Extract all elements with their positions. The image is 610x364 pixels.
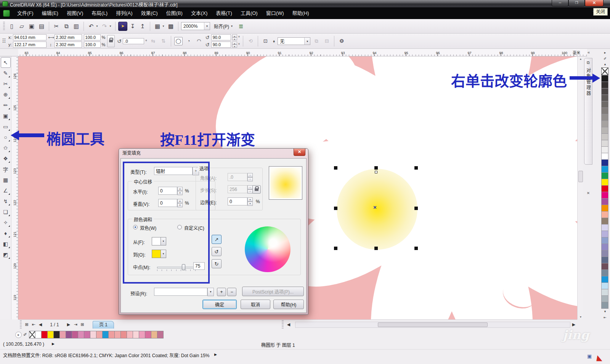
menu-item[interactable]: 文件(F) [13,10,38,16]
color-swatch[interactable] [601,159,608,166]
color-swatch[interactable] [96,331,103,338]
color-swatch[interactable] [151,331,157,338]
snap-to-dropdown[interactable]: 贴齐(P) ▾ [211,23,236,29]
ellipse-node[interactable] [375,171,377,173]
no-color-swatch[interactable] [601,67,608,75]
palette-expand-icon[interactable]: ⇤ [601,315,609,321]
open-icon[interactable]: ▱ [17,22,26,31]
redo-dropdown-icon[interactable]: ▾ [108,22,112,31]
edge-pad-field[interactable]: 0 [228,197,247,205]
vertical-ruler[interactable]: 126125124123122121120119 [11,56,18,319]
scroll-up-icon[interactable]: ▴ [578,57,584,61]
palette-pin-icon[interactable]: ✐ [601,56,609,62]
selection-handle[interactable] [374,247,378,250]
shape-tool[interactable]: ✎ [1,68,11,79]
zoom-level-combo[interactable]: 2000% ▾ [181,22,210,30]
app-launcher-dropdown-icon[interactable]: ▾ [161,22,165,31]
import-icon[interactable]: ↧ [128,22,137,31]
object-height-field[interactable]: 2.302 mm [55,42,82,48]
dialog-title[interactable]: 渐变填充 [119,149,308,158]
outline-pen-tool[interactable]: ♦ [1,228,11,239]
direct-path-button[interactable]: ↗ [212,235,222,244]
eyedropper-icon[interactable]: ✐ [23,332,27,337]
color-swatch[interactable] [601,127,608,134]
color-swatch[interactable] [601,120,608,127]
connector-tool[interactable]: ↯ [1,196,11,207]
color-swatch[interactable] [601,276,608,283]
horizontal-scroll-thumb[interactable] [378,322,488,327]
selection-handle[interactable] [414,166,418,170]
y-position-field[interactable]: 122.17 mm [13,42,47,48]
rotate-cw-button[interactable]: ↻ [212,259,222,268]
color-swatch[interactable] [601,289,608,296]
scale-v-field[interactable]: 100.0 [84,42,101,48]
color-swatch[interactable] [78,331,84,338]
add-page-icon[interactable]: ⊞ [23,322,30,327]
menu-item[interactable]: 帮助(H) [288,10,313,16]
presets-combo[interactable] [154,288,207,296]
ellipse-tool[interactable]: ○ [1,132,11,143]
rotate-ccw-button[interactable]: ↺ [212,247,222,256]
color-swatch[interactable] [601,140,608,147]
selection-handle[interactable] [334,247,337,250]
color-swatch[interactable] [601,244,608,250]
color-swatch[interactable] [127,331,133,338]
color-swatch[interactable] [601,231,608,237]
menu-item[interactable]: 表格(T) [212,10,236,16]
restore-button[interactable]: ❐ [568,0,585,6]
arc-start-field[interactable]: 90.0 [211,34,231,40]
color-swatch[interactable] [601,95,608,101]
arc-end-field[interactable]: 90.0 [211,42,231,48]
color-swatch[interactable] [90,331,96,338]
options-icon[interactable]: ≣ [236,22,246,31]
color-swatch[interactable] [601,211,608,218]
mirror-vertical-icon[interactable]: ⇅ [159,37,168,45]
zoom-tool[interactable]: ⊕ [1,89,11,100]
color-swatch[interactable] [66,331,72,338]
paste-icon[interactable]: ▥ [72,22,81,31]
effects-tool[interactable]: ❏ [1,207,11,217]
export-icon[interactable]: ↥ [138,22,147,31]
text-tool[interactable]: 字 [1,164,11,175]
menu-item[interactable]: 排列(A) [112,10,136,16]
color-swatch[interactable] [601,75,608,82]
help-button[interactable]: 帮助(H) [273,300,304,309]
to-back-icon[interactable]: ⊟ [323,37,331,45]
page-tab[interactable]: 页 1 [93,321,114,329]
color-swatch[interactable] [601,172,608,179]
color-swatch[interactable] [601,185,608,192]
table-tool[interactable]: ▦ [1,175,11,185]
menu-item[interactable]: 工具(O) [236,10,262,16]
color-swatch[interactable] [601,198,608,205]
color-swatch[interactable] [601,250,608,257]
app-launcher-icon[interactable]: ▦ [153,22,162,31]
undo-icon[interactable]: ↶ [87,22,96,31]
color-swatch[interactable] [601,146,608,153]
object-width-field[interactable]: 2.302 mm [55,34,82,40]
color-swatch[interactable] [601,114,608,121]
horizontal-ruler[interactable]: 8384858687888990919293949596979899100 毫米 [18,49,587,56]
postscript-options-button[interactable]: PostScript 选项(P)... [242,287,304,296]
menu-item[interactable]: 文本(X) [187,10,212,16]
welcome-screen-icon[interactable]: ▩ [166,22,175,31]
mirror-horizontal-icon[interactable]: ⇆ [149,37,157,45]
color-swatch[interactable] [120,331,127,338]
remove-preset-button[interactable]: − [227,288,236,296]
ok-button[interactable]: 确定 [202,300,237,309]
color-swatch[interactable] [601,263,608,270]
save-icon[interactable]: ▣ [27,22,36,31]
color-swatch[interactable] [601,101,608,108]
basic-shapes-tool[interactable]: ❖ [1,153,11,164]
copy-icon[interactable]: ⧉ [62,22,71,31]
color-swatch[interactable] [601,88,608,95]
color-swatch[interactable] [601,192,608,199]
rotation-angle-field[interactable]: .0 [123,38,144,44]
color-swatch[interactable] [84,331,90,338]
selection-handle[interactable] [414,247,418,250]
color-swatch[interactable] [601,224,608,231]
color-swatch[interactable] [133,331,139,338]
freehand-tool[interactable]: ✏ [1,100,11,111]
selection-handle[interactable] [334,166,337,170]
menu-item[interactable]: 窗口(W) [262,10,288,16]
change-direction-icon[interactable]: ⟲ [246,37,255,45]
